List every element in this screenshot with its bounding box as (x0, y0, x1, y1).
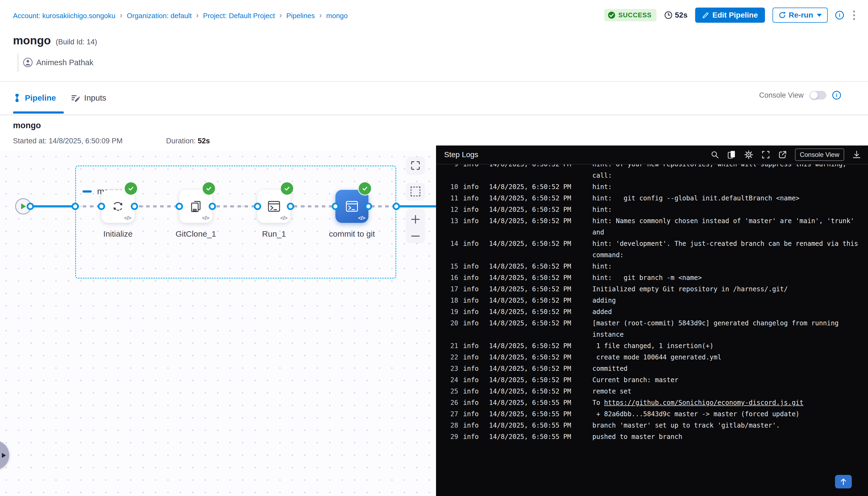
step-success-badge (281, 182, 293, 195)
log-timestamp: 14/8/2025, 6:50:52 PM (489, 238, 574, 249)
log-message: hint: (592, 181, 862, 192)
console-view-info-icon[interactable]: i (832, 91, 841, 99)
log-line-number: 27 (448, 408, 458, 420)
log-row: 29info14/8/2025, 6:50:55 PMpushed to mas… (448, 431, 862, 443)
header-divider (0, 81, 868, 82)
log-message: hint: of your new repositories, which wi… (592, 165, 862, 181)
connector-port (27, 203, 34, 210)
inputs-icon (71, 94, 80, 102)
breadcrumb-link[interactable]: Project: Default Project (203, 12, 275, 20)
log-timestamp: 14/8/2025, 6:50:52 PM (489, 386, 574, 397)
pipeline-step-gitclone_1[interactable]: </> (179, 190, 212, 223)
code-glyph: </> (358, 215, 365, 221)
log-level: info (463, 374, 480, 386)
log-level: info (463, 420, 480, 431)
log-line-number: 28 (448, 420, 458, 431)
log-row: 22info14/8/2025, 6:50:52 PM create mode … (448, 352, 862, 363)
breadcrumb-separator-icon: › (120, 11, 123, 20)
log-message: create mode 100644 generated.yml (592, 352, 862, 363)
log-fullscreen-icon[interactable] (761, 150, 770, 159)
breadcrumb: Account: kurosakiichigo.songoku›Organiza… (13, 10, 348, 22)
breadcrumb-link[interactable]: Account: kurosakiichigo.songoku (13, 12, 115, 20)
log-row: 9info14/8/2025, 6:50:52 PMhint: of your … (448, 165, 862, 181)
console-view-button[interactable]: Console View (795, 149, 844, 161)
pipeline-step-run_1[interactable]: </> (258, 190, 291, 223)
log-level: info (463, 352, 480, 363)
log-open-external-icon[interactable] (778, 150, 787, 159)
log-row: 13info14/8/2025, 6:50:52 PMhint: Names c… (448, 215, 862, 238)
tab-inputs[interactable]: Inputs (71, 93, 106, 103)
log-output[interactable]: 9info14/8/2025, 6:50:52 PMhint: of your … (436, 165, 868, 496)
log-settings-icon[interactable] (744, 150, 753, 159)
log-timestamp: 14/8/2025, 6:50:52 PM (489, 283, 574, 295)
log-timestamp: 14/8/2025, 6:50:52 PM (489, 272, 574, 283)
log-message: committed (592, 363, 862, 374)
log-message: Initialized empty Git repository in /har… (592, 283, 862, 295)
page-title-row: mongo (Build Id: 14) (13, 34, 97, 47)
canvas-selection-button[interactable] (406, 183, 425, 200)
tab-pipeline[interactable]: Pipeline (13, 93, 56, 103)
log-line-number: 13 (448, 215, 458, 227)
log-row: 24info14/8/2025, 6:50:52 PMCurrent branc… (448, 374, 862, 386)
log-line-number: 18 (448, 295, 458, 306)
pipeline-step-commit-to-git[interactable]: </> (336, 190, 368, 223)
stage-started: Started at: 14/8/2025, 6:50:09 PM (13, 137, 123, 145)
code-glyph: </> (202, 215, 209, 221)
log-line-number: 19 (448, 306, 458, 317)
left-panel-expand-handle[interactable] (0, 440, 9, 470)
console-view-label: Console View (759, 91, 804, 99)
log-message: pushed to master branch (592, 431, 862, 443)
stage-info-band: mongo Started at: 14/8/2025, 6:50:09 PM … (0, 115, 868, 150)
log-line-number: 10 (448, 181, 458, 192)
status-text: SUCCESS (618, 11, 652, 19)
canvas-fullscreen-button[interactable] (406, 157, 425, 174)
log-message: remote set (592, 386, 862, 397)
log-level: info (463, 261, 480, 272)
log-level: info (463, 340, 480, 352)
step-logs-title: Step Logs (444, 150, 478, 159)
info-icon[interactable]: i (835, 11, 844, 19)
more-options-menu[interactable] (852, 9, 857, 22)
log-line-number: 12 (448, 204, 458, 215)
log-message: hint: (592, 204, 862, 215)
terminal-icon (344, 199, 360, 214)
log-line-number: 11 (448, 192, 458, 204)
breadcrumb-link[interactable]: mongo (326, 12, 348, 20)
log-level: info (463, 363, 480, 374)
connector-port (72, 203, 79, 210)
log-line-number: 29 (448, 431, 458, 443)
log-copy-icon[interactable] (727, 150, 736, 159)
breadcrumb-link[interactable]: Organization: default (127, 12, 192, 20)
step-success-badge (359, 182, 371, 195)
log-download-icon[interactable] (852, 150, 861, 159)
log-timestamp: 14/8/2025, 6:50:52 PM (489, 340, 574, 352)
log-level: info (463, 181, 480, 192)
log-link[interactable]: https://github.com/Sonichigo/economy-dis… (604, 399, 803, 406)
pencil-icon (702, 12, 709, 19)
tab-bar: Pipeline Inputs (13, 89, 106, 107)
log-line-number: 23 (448, 363, 458, 374)
log-level: info (463, 204, 480, 215)
rerun-button[interactable]: Re-run (773, 7, 828, 23)
log-row: 12info14/8/2025, 6:50:52 PMhint: (448, 204, 862, 215)
log-level: info (463, 238, 480, 249)
harness-pipeline-execution-page: Account: kurosakiichigo.songoku›Organiza… (0, 0, 868, 496)
zoom-out-button[interactable] (410, 234, 421, 238)
scroll-to-top-button[interactable] (835, 475, 852, 489)
pipeline-step-initialize[interactable]: </> (102, 190, 135, 223)
log-line-number: 17 (448, 283, 458, 295)
step-logs-panel: Step Logs Console View (436, 145, 868, 496)
edit-pipeline-button[interactable]: Edit Pipeline (695, 7, 765, 23)
zoom-in-button[interactable] (410, 214, 421, 225)
log-row: 21info14/8/2025, 6:50:52 PM 1 file chang… (448, 340, 862, 352)
log-line-number: 21 (448, 340, 458, 352)
log-search-icon[interactable] (711, 150, 719, 159)
console-view-toggle[interactable] (809, 91, 826, 99)
log-timestamp: 14/8/2025, 6:50:52 PM (489, 181, 574, 192)
marquee-icon (410, 187, 420, 196)
breadcrumb-link[interactable]: Pipelines (286, 12, 315, 20)
log-message: hint: git branch -m <name> (592, 272, 862, 283)
log-message: 1 file changed, 1 insertion(+) (592, 340, 862, 352)
collapse-group-icon[interactable] (82, 190, 92, 192)
log-timestamp: 14/8/2025, 6:50:52 PM (489, 374, 574, 386)
